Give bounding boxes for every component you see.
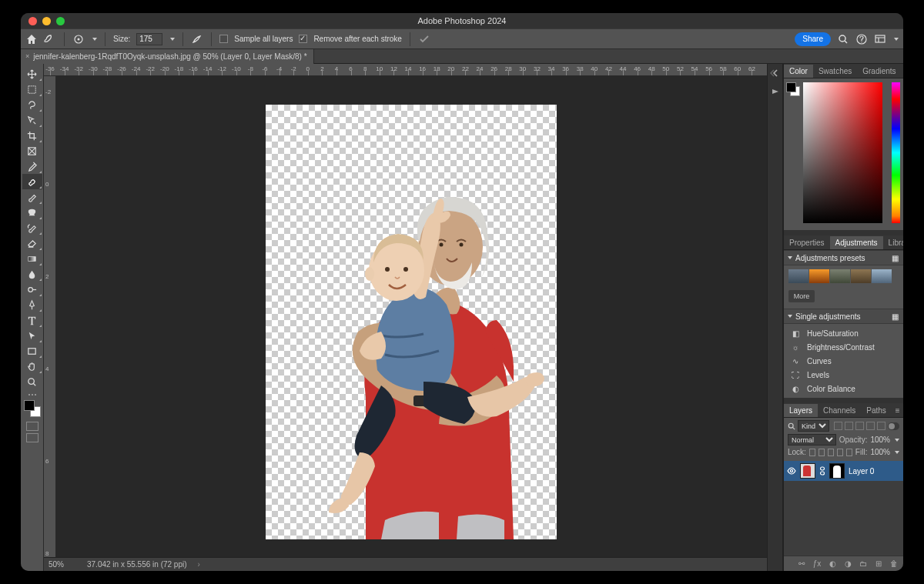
lock-all-icon[interactable] bbox=[837, 449, 843, 456]
doc-info[interactable]: 37.042 in x 55.556 in (72 ppi) bbox=[87, 560, 187, 569]
adjustment-item[interactable]: ◐Color Balance bbox=[784, 382, 903, 395]
opacity-value[interactable]: 100% bbox=[870, 435, 890, 444]
new-fill-adjust-icon[interactable]: ◑ bbox=[843, 559, 852, 569]
expand-panels-icon[interactable] bbox=[770, 68, 781, 78]
link-layers-icon[interactable]: ⚯ bbox=[797, 559, 806, 569]
tool-spot-healing[interactable] bbox=[22, 174, 42, 189]
lock-pixels-icon[interactable] bbox=[809, 449, 815, 456]
tool-history-brush[interactable] bbox=[22, 220, 42, 235]
tab-swatches[interactable]: Swatches bbox=[813, 65, 857, 78]
status-caret-icon[interactable]: › bbox=[198, 560, 200, 569]
foreground-background-colors[interactable] bbox=[24, 400, 41, 417]
tool-zoom[interactable] bbox=[22, 374, 42, 389]
vertical-ruler[interactable]: -202468 bbox=[44, 76, 56, 557]
home-icon[interactable] bbox=[25, 33, 38, 45]
brush-size-input[interactable] bbox=[136, 33, 162, 45]
viewport[interactable] bbox=[56, 76, 767, 557]
tab-paths[interactable]: Paths bbox=[861, 404, 892, 417]
lock-nested-icon[interactable] bbox=[846, 449, 852, 456]
tool-eyedropper[interactable] bbox=[22, 159, 42, 174]
layer-mask-thumbnail[interactable] bbox=[829, 463, 845, 479]
adjustment-item[interactable]: ☼Brightness/Contrast bbox=[784, 340, 903, 354]
new-layer-icon[interactable]: ⊞ bbox=[874, 559, 883, 569]
blend-mode-select[interactable]: Normal bbox=[788, 434, 836, 446]
screen-mode-icon[interactable] bbox=[26, 433, 38, 442]
tool-gradient[interactable] bbox=[22, 251, 42, 266]
horizontal-ruler[interactable]: -36-34-32-30-28-26-24-22-20-18-16-14-12-… bbox=[44, 64, 767, 76]
layers-panel-menu-icon[interactable]: ≡ bbox=[892, 404, 903, 417]
opacity-dropdown-icon[interactable] bbox=[895, 439, 899, 442]
close-tab-icon[interactable]: × bbox=[25, 52, 29, 60]
tool-marquee[interactable] bbox=[22, 82, 42, 97]
panel-fg-bg-swatch[interactable] bbox=[786, 82, 800, 96]
tab-patterns[interactable]: Patterns bbox=[902, 65, 903, 78]
single-grid-icon[interactable]: ▦ bbox=[892, 312, 899, 321]
preset-thumbnail[interactable] bbox=[788, 269, 808, 283]
remove-after-stroke-checkbox[interactable] bbox=[299, 35, 307, 43]
help-icon[interactable] bbox=[855, 33, 868, 45]
tool-eraser[interactable] bbox=[22, 235, 42, 251]
size-dropdown-icon[interactable] bbox=[170, 38, 175, 41]
tab-layers[interactable]: Layers bbox=[784, 404, 818, 417]
layer-list[interactable]: Layer 0 bbox=[784, 461, 903, 556]
tool-crop[interactable] bbox=[22, 128, 42, 143]
tab-channels[interactable]: Channels bbox=[818, 404, 861, 417]
workspace-dropdown-icon[interactable] bbox=[894, 38, 899, 41]
tool-dodge[interactable] bbox=[22, 282, 42, 297]
layer-name[interactable]: Layer 0 bbox=[849, 467, 874, 476]
layer-filter-kind[interactable]: Kind bbox=[798, 420, 829, 432]
tool-brush[interactable] bbox=[22, 189, 42, 205]
delete-layer-icon[interactable]: 🗑 bbox=[889, 559, 899, 569]
tool-blur[interactable] bbox=[22, 266, 42, 282]
fill-dropdown-icon[interactable] bbox=[895, 451, 899, 454]
tool-pen[interactable] bbox=[22, 297, 42, 312]
layer-filter-toggle[interactable] bbox=[888, 422, 899, 430]
adjustment-item[interactable]: ◧Hue/Saturation bbox=[784, 326, 903, 340]
presets-more-button[interactable]: More bbox=[788, 290, 815, 302]
layer-thumbnail[interactable] bbox=[800, 463, 815, 479]
document-tab[interactable]: × jennifer-kalenberg-1RqdfT0Oyqk-unsplas… bbox=[21, 49, 314, 64]
visibility-icon[interactable] bbox=[787, 466, 796, 476]
brush-settings-icon[interactable] bbox=[72, 33, 85, 45]
layer-filter-icons[interactable] bbox=[834, 422, 886, 430]
adjustment-item[interactable]: ∿Curves bbox=[784, 354, 903, 368]
presets-grid-icon[interactable]: ▦ bbox=[892, 254, 899, 262]
preset-thumbnail[interactable] bbox=[830, 269, 850, 283]
preset-thumbnail[interactable] bbox=[872, 269, 892, 283]
tool-move[interactable] bbox=[22, 66, 42, 82]
tab-properties[interactable]: Properties bbox=[784, 236, 830, 249]
canvas[interactable] bbox=[266, 105, 557, 539]
commit-icon[interactable] bbox=[418, 33, 430, 45]
add-mask-icon[interactable]: ◐ bbox=[828, 559, 837, 569]
brush-preview-icon[interactable] bbox=[191, 33, 203, 45]
tool-shape[interactable] bbox=[22, 343, 42, 359]
tool-quick-select[interactable] bbox=[22, 112, 42, 128]
tool-frame[interactable] bbox=[22, 143, 42, 159]
workspace-icon[interactable] bbox=[874, 33, 886, 45]
lock-position-icon[interactable] bbox=[819, 449, 825, 456]
preset-thumbnail[interactable] bbox=[851, 269, 871, 283]
color-field[interactable] bbox=[803, 82, 882, 223]
hue-slider[interactable] bbox=[892, 82, 900, 223]
search-icon[interactable] bbox=[837, 33, 849, 45]
new-group-icon[interactable]: 🗀 bbox=[859, 559, 868, 569]
tool-clone-stamp[interactable] bbox=[22, 205, 42, 220]
tool-type[interactable] bbox=[22, 312, 42, 328]
lock-artboard-icon[interactable] bbox=[828, 449, 834, 456]
brush-preset-dropdown-icon[interactable] bbox=[92, 38, 97, 41]
sample-all-layers-checkbox[interactable] bbox=[219, 35, 228, 43]
fill-value[interactable]: 100% bbox=[870, 448, 890, 456]
tool-lasso[interactable] bbox=[22, 97, 42, 112]
tab-gradients[interactable]: Gradients bbox=[857, 65, 901, 78]
preset-thumbnail[interactable] bbox=[809, 269, 829, 283]
healing-brush-icon[interactable] bbox=[44, 33, 56, 45]
layer-fx-icon[interactable]: ƒx bbox=[812, 559, 822, 569]
collapsed-panel-icon[interactable] bbox=[770, 86, 781, 97]
adjustments-presets-header[interactable]: Adjustments presets ▦ bbox=[784, 250, 903, 265]
tab-color[interactable]: Color bbox=[784, 65, 813, 78]
tab-libraries[interactable]: Libraries bbox=[883, 236, 903, 249]
share-button[interactable]: Share bbox=[795, 32, 831, 46]
mask-link-icon[interactable] bbox=[819, 466, 825, 476]
adjustment-item[interactable]: ⛶Levels bbox=[784, 368, 903, 382]
layer-item[interactable]: Layer 0 bbox=[784, 461, 903, 481]
